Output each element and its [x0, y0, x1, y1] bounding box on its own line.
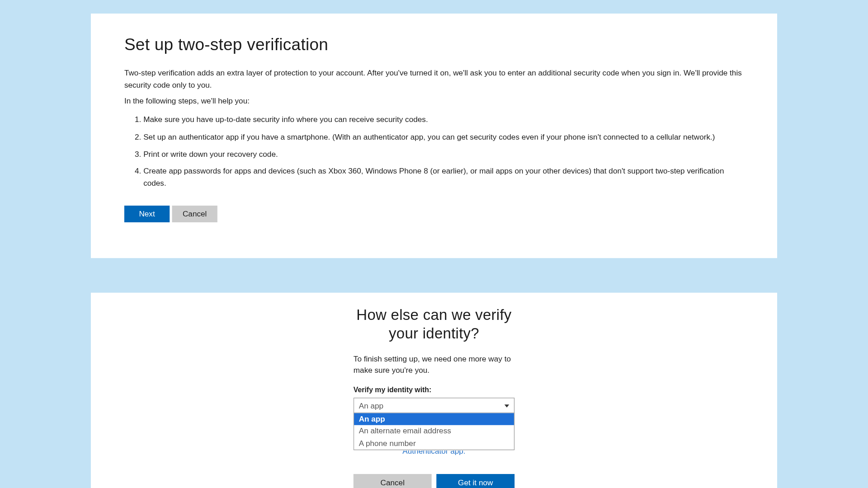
- page-title: Set up two-step verification: [124, 35, 744, 54]
- setup-two-step-panel: Set up two-step verification Two-step ve…: [91, 14, 777, 258]
- cancel-button[interactable]: Cancel: [354, 474, 432, 488]
- step-item: Print or write down your recovery code.: [143, 148, 744, 160]
- sub-text: To finish setting up, we need one more w…: [354, 354, 514, 376]
- next-button[interactable]: Next: [124, 206, 170, 222]
- button-row: Next Cancel: [124, 206, 744, 222]
- page-title: How else can we verify your identity?: [354, 306, 514, 343]
- get-it-now-button[interactable]: Get it now: [436, 474, 514, 488]
- field-label: Verify my identity with:: [354, 386, 514, 394]
- dropdown-option-email[interactable]: An alternate email address: [354, 425, 514, 437]
- intro-text-2: In the following steps, we'll help you:: [124, 96, 744, 105]
- intro-text: Two-step verification adds an extra laye…: [124, 67, 744, 90]
- verify-identity-panel: How else can we verify your identity? To…: [91, 293, 777, 488]
- steps-list: Make sure you have up-to-date security i…: [124, 114, 744, 190]
- identity-method-select[interactable]: An app: [354, 398, 514, 413]
- identity-method-dropdown: An app An alternate email address A phon…: [354, 413, 514, 450]
- identity-method-select-wrap: An app An app An alternate email address…: [354, 398, 514, 413]
- select-value: An app: [359, 401, 383, 410]
- button-row: Cancel Get it now: [354, 474, 514, 488]
- step-item: Create app passwords for apps and device…: [143, 165, 744, 190]
- step-item: Make sure you have up-to-date security i…: [143, 114, 744, 126]
- step-item: Set up an authenticator app if you have …: [143, 131, 744, 143]
- cancel-button[interactable]: Cancel: [172, 206, 217, 222]
- dropdown-option-app[interactable]: An app: [354, 413, 514, 426]
- dropdown-option-phone[interactable]: A phone number: [354, 437, 514, 450]
